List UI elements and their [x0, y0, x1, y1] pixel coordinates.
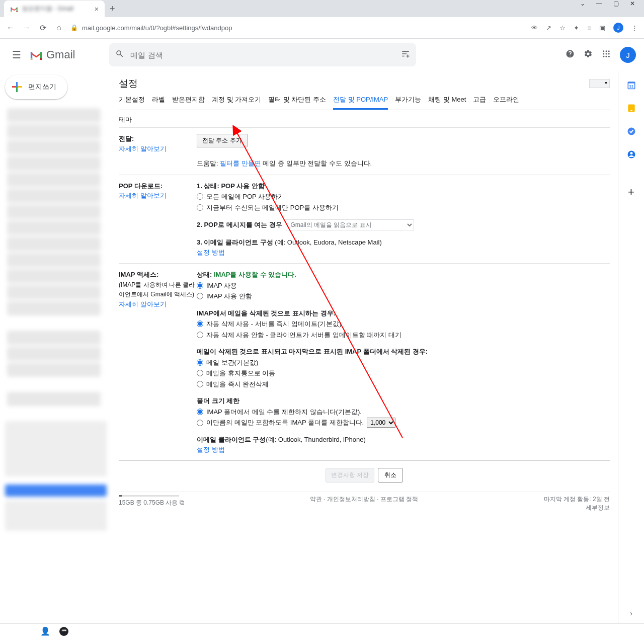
footer-details[interactable]: 세부정보: [544, 504, 610, 512]
cancel-button[interactable]: 취소: [378, 468, 403, 482]
tab-accounts[interactable]: 계정 및 가져오기: [212, 95, 261, 110]
pop-action-select[interactable]: Gmail의 메일을 읽음으로 표시: [286, 219, 414, 230]
tab-advanced[interactable]: 고급: [473, 95, 486, 110]
svg-point-6: [603, 55, 604, 57]
close-window-icon[interactable]: ✕: [630, 0, 635, 7]
fwd-learn-link[interactable]: 자세히 알아보기: [119, 145, 167, 152]
svg-point-5: [608, 53, 610, 54]
tab-forwarding[interactable]: 전달 및 POP/IMAP: [333, 95, 388, 110]
pop-how-link[interactable]: 설정 방법: [197, 249, 225, 256]
svg-point-1: [606, 50, 607, 52]
tab-general[interactable]: 기본설정: [119, 95, 145, 110]
back-icon[interactable]: ←: [6, 23, 15, 32]
tab-theme[interactable]: 테마: [119, 116, 132, 123]
pop-opt-all[interactable]: 모든 메일에 POP 사용하기: [197, 192, 610, 202]
chevron-down-icon[interactable]: ⌄: [580, 0, 585, 7]
calendar-icon[interactable]: 31: [626, 80, 636, 90]
fwd-tip-suffix: 메일 중 일부만 전달할 수도 있습니다.: [261, 159, 372, 167]
tab-offline[interactable]: 오프라인: [493, 95, 519, 110]
svg-point-3: [603, 53, 604, 54]
imap-last-opt1[interactable]: 메일 보관(기본값): [197, 358, 610, 368]
imap-del-opt2[interactable]: 자동 삭제 사용 안함 - 클라이언트가 서버를 업데이트할 때까지 대기: [197, 330, 610, 340]
extensions-icon[interactable]: ✦: [574, 24, 579, 32]
search-tune-icon[interactable]: [401, 49, 410, 60]
sidepanel-icon[interactable]: ▣: [599, 24, 605, 32]
imap-folder-head: 폴더 크기 제한: [197, 396, 610, 406]
gmail-header: ☰ Gmail J: [0, 39, 644, 71]
imap-del-opt1[interactable]: 자동 삭제 사용 - 서버를 즉시 업데이트(기본값): [197, 319, 610, 329]
apps-grid-icon[interactable]: [602, 49, 611, 61]
contacts-icon[interactable]: [626, 149, 636, 159]
eye-icon[interactable]: 👁: [531, 24, 538, 32]
maximize-icon[interactable]: ▢: [613, 0, 619, 7]
settings-gear-icon[interactable]: [584, 49, 593, 61]
account-avatar[interactable]: J: [620, 47, 636, 63]
tab-labels[interactable]: 라벨: [152, 95, 165, 110]
search-input[interactable]: [130, 51, 401, 59]
main-layout: 편지쓰기 설정 기본설정 라벨 받은편지함 계정 및 가져오기 필터: [0, 71, 644, 623]
addons-plus-icon[interactable]: +: [628, 186, 634, 199]
collapse-sidebar-icon[interactable]: ›: [630, 609, 632, 617]
search-bar[interactable]: [109, 43, 416, 66]
add-forwarding-address-button[interactable]: 전달 주소 추가: [197, 134, 248, 147]
pop-learn-link[interactable]: 자세히 알아보기: [119, 192, 167, 199]
pop-open-head: 2. POP로 메시지를 여는 경우 Gmail의 메일을 읽음으로 표시: [197, 219, 610, 230]
tab-inbox[interactable]: 받은편지함: [172, 95, 205, 110]
tab-filters[interactable]: 필터 및 차단된 주소: [268, 95, 326, 110]
imap-del-head: IMAP에서 메일을 삭제된 것으로 표시하는 경우:: [197, 308, 610, 318]
kebab-icon[interactable]: ⋮: [631, 24, 638, 32]
imap-last-head: 메일이 삭제된 것으로 표시되고 마지막으로 표시된 IMAP 폴더에서 삭제된…: [197, 347, 610, 357]
reading-list-icon[interactable]: ≡: [587, 24, 591, 32]
gmail-m-icon: [29, 50, 43, 60]
gmail-logo[interactable]: Gmail: [29, 48, 75, 61]
imap-folder-opt1[interactable]: IMAP 폴더에서 메일 수를 제한하지 않습니다(기본값).: [197, 407, 610, 417]
fwd-filter-link[interactable]: 필터를 만들면: [220, 159, 261, 167]
pop-opt-new[interactable]: 지금부터 수신되는 메일에만 POP를 사용하기: [197, 203, 610, 213]
imap-status-label: 상태:: [197, 271, 214, 278]
imap-last-opt3[interactable]: 메일을 즉시 완전삭제: [197, 379, 610, 389]
home-icon[interactable]: ⌂: [54, 23, 63, 32]
tab-strip: ⌄ — ▢ ✕ 받은편지함 - Gmail × +: [0, 0, 644, 17]
imap-folder-opt2[interactable]: 이만큼의 메일만 포함하도록 IMAP 폴더를 제한합니다. 1,000: [197, 418, 610, 428]
search-icon[interactable]: [115, 49, 124, 61]
toolbar-right: 👁 ↗ ☆ ✦ ≡ ▣ J ⋮: [531, 23, 638, 33]
footer-terms[interactable]: 약관: [310, 496, 322, 503]
tasks-icon[interactable]: [626, 126, 636, 136]
tab-close-icon[interactable]: ×: [95, 5, 99, 13]
imap-off[interactable]: IMAP 사용 안함: [197, 291, 610, 301]
settings-tabs: 기본설정 라벨 받은편지함 계정 및 가져오기 필터 및 차단된 주소 전달 및…: [119, 95, 610, 110]
new-tab-button[interactable]: +: [105, 1, 120, 17]
share-icon[interactable]: ↗: [546, 24, 551, 32]
svg-point-8: [608, 55, 610, 57]
address-bar: ← → ⟳ ⌂ 🔒 mail.google.com/mail/u/0/?ogbl…: [0, 17, 644, 38]
footer-program[interactable]: 프로그램 정책: [380, 496, 418, 503]
reload-icon[interactable]: ⟳: [38, 23, 47, 33]
chat-bubble-icon[interactable]: ❝❝: [59, 627, 68, 636]
language-selector[interactable]: [589, 79, 610, 88]
keep-icon[interactable]: [626, 103, 636, 113]
tab-chat[interactable]: 채팅 및 Meet: [428, 95, 466, 110]
url-field[interactable]: 🔒 mail.google.com/mail/u/0/?ogbl#setting…: [70, 24, 524, 32]
external-link-icon[interactable]: ⧉: [180, 499, 184, 506]
person-icon[interactable]: 👤: [40, 626, 50, 636]
help-icon[interactable]: [566, 49, 575, 61]
imap-how-link[interactable]: 설정 방법: [197, 446, 225, 453]
window-controls: ⌄ — ▢ ✕: [571, 0, 644, 6]
fwd-label: 전달:: [119, 135, 134, 142]
svg-point-4: [606, 53, 607, 54]
imap-folder-limit-select[interactable]: 1,000: [367, 418, 395, 428]
gmail-favicon-icon: [10, 5, 18, 13]
profile-avatar-sm[interactable]: J: [613, 23, 623, 33]
minimize-icon[interactable]: —: [596, 0, 602, 7]
imap-last-opt2[interactable]: 메일을 휴지통으로 이동: [197, 368, 610, 378]
star-icon[interactable]: ☆: [559, 24, 566, 32]
compose-button[interactable]: 편지쓰기: [5, 75, 67, 99]
menu-icon[interactable]: ☰: [8, 45, 25, 65]
fwd-tip-prefix: 도움말:: [197, 159, 220, 167]
tab-addons[interactable]: 부가기능: [395, 95, 421, 110]
imap-on[interactable]: IMAP 사용: [197, 281, 610, 291]
imap-learn-link[interactable]: 자세히 알아보기: [119, 300, 167, 308]
storage-text: 15GB 중 0.75GB 사용: [119, 499, 178, 506]
browser-tab[interactable]: 받은편지함 - Gmail ×: [4, 1, 105, 17]
footer-privacy[interactable]: 개인정보처리방침: [327, 496, 375, 503]
